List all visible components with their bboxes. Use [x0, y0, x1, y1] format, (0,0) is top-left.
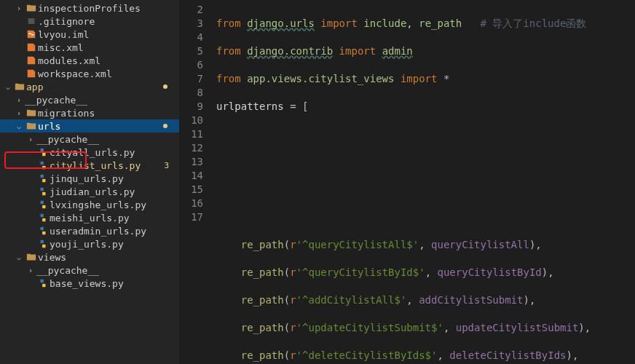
- tree-item-views[interactable]: ⌵ views: [0, 250, 179, 264]
- folder-icon: [25, 121, 38, 131]
- code-line: urlpatterns = [: [216, 100, 635, 114]
- svg-rect-0: [28, 19, 35, 20]
- xml-file-icon: [25, 55, 38, 66]
- xml-file-icon: [25, 68, 38, 79]
- line-number: 11: [180, 127, 203, 141]
- python-file-icon: [36, 226, 50, 236]
- tree-item-useradmin-urls[interactable]: useradmin_urls.py: [0, 224, 179, 237]
- chevron-down-icon: ⌵: [13, 253, 25, 261]
- python-file-icon: [36, 160, 50, 170]
- file-tree: › inspectionProfiles .gitignore lvyou.im…: [0, 0, 179, 290]
- code-line: from django.urls import include, re_path…: [216, 17, 635, 31]
- tree-item-migrations[interactable]: › migrations: [0, 106, 179, 119]
- line-number: 9: [180, 100, 203, 114]
- line-number: 3: [180, 17, 203, 31]
- tree-label: modules.xml: [38, 55, 176, 66]
- tree-item-urls[interactable]: ⌵ urls: [0, 119, 179, 132]
- tree-item-jiudian-urls[interactable]: jiudian_urls.py: [0, 185, 179, 198]
- folder-icon: [25, 252, 38, 262]
- modified-count-badge: 3: [164, 161, 176, 170]
- chevron-right-icon: ›: [25, 135, 36, 143]
- line-number: 12: [180, 141, 203, 155]
- folder-icon: [25, 3, 38, 13]
- tree-label: __pycache__: [36, 265, 176, 276]
- tree-label: misc.xml: [38, 42, 176, 53]
- chevron-right-icon: ›: [13, 109, 25, 117]
- tree-item-meishi-urls[interactable]: meishi_urls.py: [0, 211, 179, 224]
- line-number: 6: [180, 58, 203, 72]
- line-number: 7: [180, 72, 203, 86]
- line-number: 13: [180, 155, 203, 169]
- tree-label: lvxingshe_urls.py: [50, 199, 176, 210]
- tree-item-jinqu-urls[interactable]: jinqu_urls.py: [0, 172, 179, 185]
- tree-label: meishi_urls.py: [50, 213, 176, 223]
- chevron-right-icon: ›: [13, 4, 25, 12]
- tree-label: citylist_urls.py: [50, 160, 164, 171]
- tree-item-cityall-urls[interactable]: cityall_urls.py: [0, 146, 179, 159]
- tree-item-lvxingshe-urls[interactable]: lvxingshe_urls.py: [0, 198, 179, 211]
- tree-item-views-pycache[interactable]: › __pycache__: [0, 264, 179, 277]
- tree-label: base_views.py: [50, 278, 176, 289]
- svg-rect-2: [28, 23, 35, 24]
- chevron-down-icon: ⌵: [3, 83, 13, 91]
- code-line: [216, 155, 635, 169]
- chevron-right-icon: ›: [13, 96, 25, 104]
- tree-label: jiudian_urls.py: [50, 186, 176, 197]
- code-line: re_path(r'^deleteCitylistByIds$', delete…: [216, 349, 635, 363]
- tree-item-modules-xml[interactable]: modules.xml: [0, 54, 179, 67]
- code-content[interactable]: from django.urls import include, re_path…: [216, 0, 635, 364]
- code-line: re_path(r'^updateCitylistSubmit$', updat…: [216, 321, 635, 335]
- tree-item-workspace-xml[interactable]: workspace.xml: [0, 67, 179, 80]
- tree-item-misc-xml[interactable]: misc.xml: [0, 41, 179, 54]
- code-line: re_path(r'^queryCitylistById$', queryCit…: [216, 266, 635, 280]
- modified-dot-icon: [163, 124, 167, 128]
- folder-icon: [25, 108, 38, 118]
- python-file-icon: [36, 239, 50, 249]
- code-editor[interactable]: 2 3 4 5 6 7 8 9 10 11 12 13 14 15 16 17 …: [180, 0, 635, 364]
- tree-item-app-pycache[interactable]: › __pycache__: [0, 93, 179, 106]
- line-gutter: 2 3 4 5 6 7 8 9 10 11 12 13 14 15 16 17: [180, 0, 216, 364]
- tree-item-gitignore[interactable]: .gitignore: [0, 15, 179, 28]
- tree-label: youji_urls.py: [50, 239, 176, 250]
- code-line: re_path(r'^queryCitylistAll$', queryCity…: [216, 238, 635, 252]
- tree-label: migrations: [38, 108, 176, 119]
- code-line: [216, 183, 635, 197]
- tree-item-urls-pycache[interactable]: › __pycache__: [0, 132, 179, 146]
- tree-item-app[interactable]: ⌵ app: [0, 80, 179, 93]
- folder-icon: [13, 82, 26, 92]
- python-file-icon: [36, 186, 50, 197]
- tree-item-youji-urls[interactable]: youji_urls.py: [0, 237, 179, 250]
- tree-label: lvyou.iml: [38, 29, 176, 40]
- code-line: from django.contrib import admin: [216, 44, 635, 58]
- python-file-icon: [36, 173, 50, 183]
- line-number: 8: [180, 86, 203, 100]
- tree-label: views: [38, 252, 176, 263]
- line-number: 2: [180, 3, 203, 17]
- tree-item-inspectionprofiles[interactable]: › inspectionProfiles: [0, 1, 179, 15]
- python-file-icon: [36, 199, 50, 210]
- line-number: 5: [180, 44, 203, 58]
- code-line: [216, 127, 635, 141]
- tree-label: useradmin_urls.py: [50, 226, 176, 237]
- chevron-right-icon: ›: [25, 266, 36, 274]
- tree-label: workspace.xml: [38, 68, 176, 79]
- python-file-icon: [36, 278, 50, 288]
- line-number: 17: [180, 210, 203, 224]
- tree-item-base-views[interactable]: base_views.py: [0, 277, 179, 290]
- file-icon: [25, 16, 38, 26]
- tree-label: app: [26, 82, 163, 92]
- file-explorer-sidebar: › inspectionProfiles .gitignore lvyou.im…: [0, 0, 180, 364]
- line-number: 4: [180, 31, 203, 44]
- python-file-icon: [36, 147, 50, 157]
- modified-dot-icon: [163, 84, 167, 89]
- tree-label: inspectionProfiles: [38, 3, 176, 14]
- tree-label: jinqu_urls.py: [50, 173, 176, 184]
- code-line: from app.views.citylist_views import *: [216, 72, 635, 86]
- tree-item-citylist-urls[interactable]: citylist_urls.py 3: [0, 159, 179, 172]
- tree-item-lvyou-iml[interactable]: lvyou.iml: [0, 28, 179, 41]
- chevron-down-icon: ⌵: [13, 122, 25, 130]
- code-line: re_path(r'^addCitylistAll$', addCitylist…: [216, 293, 635, 307]
- code-line: [216, 210, 635, 224]
- tree-label: .gitignore: [38, 16, 176, 27]
- line-number: 10: [180, 114, 203, 127]
